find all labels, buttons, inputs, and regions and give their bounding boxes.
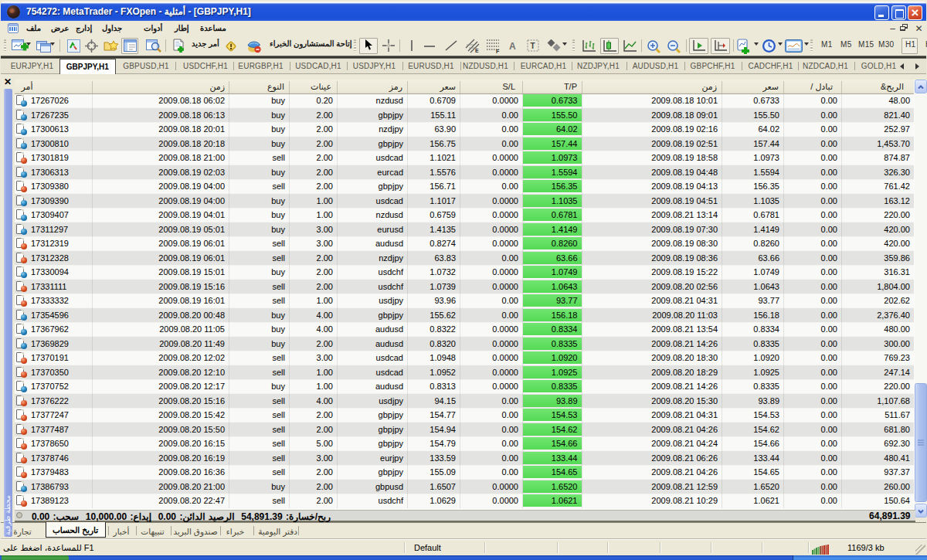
svg-text:T: T	[531, 42, 535, 50]
svg-text:F: F	[496, 49, 500, 54]
svg-text:E: E	[475, 48, 479, 53]
